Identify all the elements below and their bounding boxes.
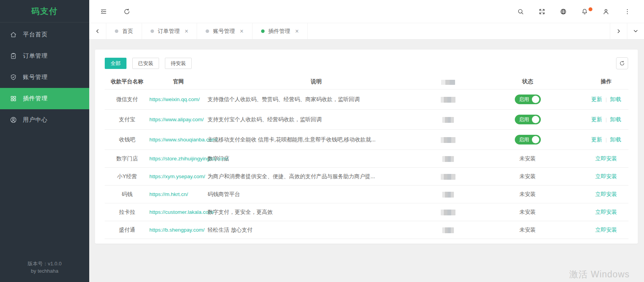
col-header-platform-name: 收款平台名称 <box>105 75 149 89</box>
toggle-knob <box>532 96 539 103</box>
plugin-site-link[interactable]: https://m.hkrt.cn/ <box>149 191 188 197</box>
plugin-description: 支持支付宝个人收款码、经营码收款，监听回调 <box>208 110 425 130</box>
order-icon <box>10 52 17 60</box>
enable-toggle[interactable]: 启用 <box>515 135 541 144</box>
app-logo: 码支付 <box>0 0 89 22</box>
main-area: 首页订单管理×账号管理×插件管理× 全部 已安装 待安装 <box>89 0 644 282</box>
filter-pending-button[interactable]: 待安装 <box>165 58 192 69</box>
install-now-link[interactable]: 立即安装 <box>596 209 617 215</box>
install-now-link[interactable]: 立即安装 <box>596 155 617 162</box>
tab-close-icon[interactable]: × <box>185 28 188 34</box>
plugin-name: 支付宝 <box>105 110 149 130</box>
plugin-site-link[interactable]: https://xym.ysepay.com/ <box>149 174 205 179</box>
redacted-field <box>442 117 454 123</box>
toggle-knob <box>532 116 539 123</box>
status-not-installed: 未安装 <box>519 155 536 162</box>
plugin-name: 微信支付 <box>105 89 149 110</box>
tab-close-icon[interactable]: × <box>295 28 299 34</box>
plugin-site-link[interactable]: https://weixin.qq.com/ <box>149 96 200 102</box>
action-separator: | <box>606 137 607 143</box>
more-options-icon[interactable] <box>624 8 631 15</box>
filter-installed-button[interactable]: 已安装 <box>132 58 159 69</box>
action-separator: | <box>606 97 607 102</box>
tab-orders[interactable]: 订单管理× <box>142 23 197 39</box>
version-author: by techhaha <box>0 268 89 275</box>
uninstall-link[interactable]: 卸载 <box>610 96 621 102</box>
redacted-field <box>441 97 455 103</box>
sidebar-item-accounts[interactable]: 账号管理 <box>0 67 89 88</box>
update-link[interactable]: 更新 <box>591 116 602 122</box>
update-link[interactable]: 更新 <box>591 96 602 102</box>
plugin-manager-card: 全部 已安装 待安装 收款平台名称 官网 说明 <box>95 50 638 244</box>
tab-status-dot <box>151 29 154 33</box>
redacted-column-header <box>441 80 455 85</box>
status-not-installed: 未安装 <box>519 173 536 179</box>
plugin-name: 拉卡拉 <box>105 203 149 221</box>
plugin-name: 盛付通 <box>105 221 149 239</box>
install-now-link[interactable]: 立即安装 <box>596 227 617 233</box>
plugin-name: 收钱吧 <box>105 130 149 150</box>
uninstall-link[interactable]: 卸载 <box>610 116 621 122</box>
tab-home[interactable]: 首页 <box>106 23 142 39</box>
search-icon[interactable] <box>517 8 524 15</box>
table-row: 码钱https://m.hkrt.cn/码钱商管平台未安装立即安装 <box>105 186 628 203</box>
tab-accounts[interactable]: 账号管理× <box>197 23 252 39</box>
notifications-bell-icon[interactable] <box>581 8 588 15</box>
filter-all-button[interactable]: 全部 <box>105 58 126 69</box>
table-row: 盛付通https://b.shengpay.com/轻松生活 放心支付未安装立即… <box>105 221 628 239</box>
sidebar-item-home[interactable]: 平台首页 <box>0 24 89 45</box>
plugin-description: 支持微信个人收款码、赞赏码、经营码、商家码收款，监听回调 <box>208 89 425 110</box>
uninstall-link[interactable]: 卸载 <box>610 136 621 143</box>
status-not-installed: 未安装 <box>519 191 536 197</box>
table-refresh-button[interactable] <box>616 57 628 69</box>
sidebar-item-plugins[interactable]: 插件管理 <box>0 88 89 109</box>
sidebar-version: 版本号：v1.0.0 by techhaha <box>0 260 89 282</box>
tabs-scroll-right-icon[interactable] <box>610 23 627 39</box>
enable-toggle[interactable]: 启用 <box>515 95 541 104</box>
collapse-sidebar-icon[interactable] <box>100 8 107 15</box>
redacted-field <box>441 210 455 215</box>
install-now-link[interactable]: 立即安装 <box>596 191 617 197</box>
plugin-site-link[interactable]: https://www.alipay.com/ <box>149 117 204 122</box>
redacted-field <box>442 227 454 233</box>
status-not-installed: 未安装 <box>519 209 536 215</box>
refresh-page-icon[interactable] <box>123 8 130 15</box>
table-row: 拉卡拉https://customer.lakala.com/数字支付，更安全，… <box>105 203 628 221</box>
tab-plugins[interactable]: 插件管理× <box>253 23 308 39</box>
status-not-installed: 未安装 <box>519 227 536 233</box>
sidebar-item-user-center[interactable]: 用户中心 <box>0 109 89 131</box>
enable-toggle-label: 启用 <box>519 116 529 123</box>
toggle-knob <box>532 136 539 143</box>
header-right-actions <box>517 8 631 15</box>
enable-toggle-label: 启用 <box>519 136 529 143</box>
tab-close-icon[interactable]: × <box>240 28 243 34</box>
plugin-description: 数字门店 <box>208 150 425 168</box>
table-row: 微信支付https://weixin.qq.com/支持微信个人收款码、赞赏码、… <box>105 89 628 110</box>
action-separator: | <box>606 117 607 122</box>
user-profile-icon[interactable] <box>602 8 609 15</box>
plugin-site-link[interactable]: https://b.shengpay.com/ <box>149 227 204 233</box>
plugin-description: 码钱商管平台 <box>208 186 425 203</box>
tabs-menu-icon[interactable] <box>627 23 644 39</box>
update-link[interactable]: 更新 <box>591 136 602 143</box>
header-left-actions <box>100 8 130 15</box>
table-row: 小Y经营https://xym.ysepay.com/为商户和消费者提供安全、便… <box>105 168 628 186</box>
tabs-scroll-left-icon[interactable] <box>89 23 106 39</box>
plugin-table-body: 微信支付https://weixin.qq.com/支持微信个人收款码、赞赏码、… <box>105 89 628 239</box>
sidebar-item-orders[interactable]: 订单管理 <box>0 45 89 67</box>
plugin-site-link[interactable]: https://customer.lakala.com/ <box>149 209 214 215</box>
col-header-site: 官网 <box>149 75 208 89</box>
sidebar-nav: 平台首页订单管理账号管理插件管理用户中心 <box>0 22 89 131</box>
fullscreen-icon[interactable] <box>538 8 545 15</box>
tab-status-dot <box>261 29 265 33</box>
language-globe-icon[interactable] <box>560 8 567 15</box>
redacted-field <box>441 174 455 180</box>
plugin-description: 轻松生活 放心支付 <box>208 221 425 239</box>
shield-icon <box>10 74 17 81</box>
tab-status-dot <box>206 29 209 33</box>
enable-toggle[interactable]: 启用 <box>515 115 541 124</box>
windows-activation-watermark: 激活 Windows <box>569 268 630 280</box>
install-now-link[interactable]: 立即安装 <box>596 173 617 179</box>
version-number: 版本号：v1.0.0 <box>0 260 89 268</box>
home-icon <box>10 31 17 38</box>
